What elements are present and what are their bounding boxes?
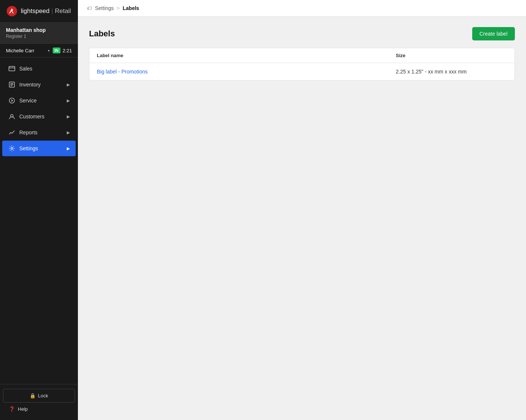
- sidebar: lightspeed | Retail Manhattan shop Regis…: [0, 0, 78, 420]
- svg-point-4: [11, 148, 13, 150]
- page-body: Labels Create label Label name Size Big …: [78, 17, 526, 420]
- main-content: 🏷 Settings > Labels Labels Create label …: [78, 0, 526, 420]
- reports-icon: [8, 129, 16, 136]
- sidebar-item-reports-label: Reports: [19, 129, 67, 135]
- create-label-button[interactable]: Create label: [472, 27, 515, 40]
- table-header-row: Label name Size: [89, 48, 515, 63]
- help-item[interactable]: ❓ Help: [3, 403, 75, 416]
- sidebar-item-reports[interactable]: Reports ▶: [2, 125, 76, 140]
- page-header: Labels Create label: [89, 27, 515, 40]
- help-label: Help: [18, 406, 28, 412]
- col-header-size: Size: [396, 53, 507, 58]
- labels-table: Label name Size Big label - Promotions 2…: [89, 48, 515, 81]
- sidebar-item-service-label: Service: [19, 98, 67, 104]
- logo-retail: Retail: [55, 7, 71, 15]
- customers-icon: [8, 113, 16, 120]
- sidebar-item-sales[interactable]: Sales: [2, 61, 76, 76]
- table-row: Big label - Promotions 2.25 x 1.25" - xx…: [89, 63, 515, 80]
- settings-breadcrumb-icon: 🏷: [87, 5, 92, 11]
- sidebar-footer: 🔒 Lock ❓ Help: [0, 384, 78, 420]
- time-display: 2:21: [63, 48, 72, 53]
- lightspeed-logo-icon: [6, 5, 18, 17]
- sidebar-item-settings-label: Settings: [19, 145, 67, 151]
- sidebar-item-inventory-label: Inventory: [19, 82, 67, 88]
- settings-icon: [8, 145, 16, 152]
- sidebar-item-settings[interactable]: Settings ▶: [2, 141, 76, 156]
- logo-divider: |: [52, 7, 53, 15]
- sidebar-item-customers-label: Customers: [19, 114, 67, 119]
- nav-menu: Sales Inventory ▶ Service ▶: [0, 58, 78, 384]
- lock-icon: 🔒: [30, 393, 36, 398]
- sidebar-item-customers[interactable]: Customers ▶: [2, 109, 76, 124]
- lock-button[interactable]: 🔒 Lock: [3, 389, 75, 403]
- page-title: Labels: [89, 29, 115, 39]
- breadcrumb-separator: >: [117, 5, 120, 11]
- store-name: Manhattan shop: [6, 27, 72, 33]
- service-chevron-icon: ▶: [67, 98, 70, 103]
- inventory-chevron-icon: ▶: [67, 82, 70, 87]
- breadcrumb-settings-link[interactable]: Settings: [95, 5, 114, 11]
- logo-text: lightspeed | Retail: [21, 7, 71, 15]
- store-info[interactable]: Manhattan shop Register 1: [0, 23, 78, 44]
- cell-label-name: Big label - Promotions: [97, 68, 396, 75]
- label-link[interactable]: Big label - Promotions: [97, 69, 148, 75]
- lock-label: Lock: [38, 393, 48, 398]
- user-row[interactable]: Michelle Carr ▾ IN 2:21: [0, 44, 78, 58]
- service-icon: [8, 97, 16, 104]
- cell-size: 2.25 x 1.25" - xx mm x xxx mm: [396, 69, 507, 75]
- customers-chevron-icon: ▶: [67, 114, 70, 119]
- sidebar-item-service[interactable]: Service ▶: [2, 93, 76, 108]
- logo-area: lightspeed | Retail: [0, 0, 78, 23]
- store-register: Register 1: [6, 34, 72, 39]
- logo-brand: lightspeed: [21, 7, 50, 15]
- user-name: Michelle Carr: [6, 48, 47, 53]
- col-header-label-name: Label name: [97, 53, 396, 58]
- reports-chevron-icon: ▶: [67, 130, 70, 135]
- sidebar-item-inventory[interactable]: Inventory ▶: [2, 77, 76, 92]
- user-status-badge: IN: [53, 47, 60, 53]
- breadcrumb-current: Labels: [123, 5, 139, 11]
- breadcrumb: 🏷 Settings > Labels: [87, 5, 139, 11]
- sales-icon: [8, 65, 16, 72]
- top-bar: 🏷 Settings > Labels: [78, 0, 526, 17]
- sidebar-item-sales-label: Sales: [19, 66, 70, 72]
- svg-rect-1: [9, 66, 15, 71]
- inventory-icon: [8, 81, 16, 88]
- settings-chevron-icon: ▶: [67, 146, 70, 151]
- user-dropdown-chevron: ▾: [48, 49, 50, 53]
- help-icon: ❓: [9, 406, 15, 412]
